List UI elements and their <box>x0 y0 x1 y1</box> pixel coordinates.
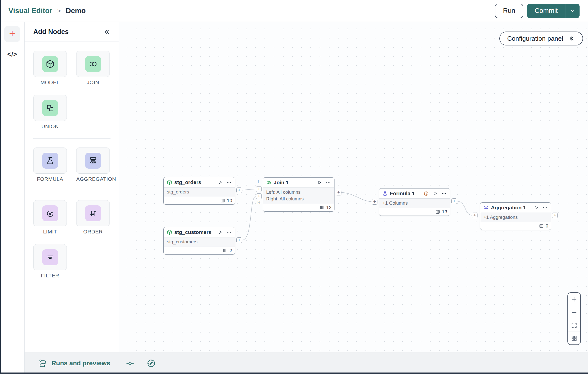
play-icon[interactable] <box>432 191 438 196</box>
tile-label: LIMIT <box>33 229 67 235</box>
compass-icon[interactable] <box>147 359 156 368</box>
aggregation-tree-icon <box>483 205 489 210</box>
left-icon-rail: + </> <box>0 22 25 374</box>
tile-label: FORMULA <box>33 176 67 182</box>
auto-layout-button[interactable] <box>568 332 580 344</box>
port-join-right-input[interactable]: + <box>256 193 262 199</box>
tile-label: MODEL <box>33 79 67 85</box>
tile-label: JOIN <box>76 79 110 85</box>
pipeline-canvas[interactable]: Configuration panel stg_orders <box>119 22 588 352</box>
bottom-bar: Runs and previews <box>25 352 588 374</box>
add-node-formula[interactable]: FORMULA <box>33 148 67 182</box>
columns-icon <box>320 205 325 210</box>
port-label-right: R <box>256 200 262 205</box>
tile-label: ORDER <box>76 229 110 235</box>
model-cube-icon <box>42 56 58 72</box>
columns-count: 12 <box>326 205 331 210</box>
node-join-1[interactable]: Join 1 Left: All columns Right: All colu… <box>263 177 334 212</box>
play-icon[interactable] <box>217 180 223 185</box>
node-title: Join 1 <box>274 180 289 186</box>
node-title: stg_customers <box>174 229 211 235</box>
code-editor-rail-button[interactable]: </> <box>0 48 25 61</box>
visual-editor-app: Visual Editor > Demo Run Commit + </> <box>0 0 588 374</box>
ellipsis-menu-icon[interactable] <box>542 205 548 210</box>
node-stg-customers[interactable]: stg_customers stg_customers 2 <box>163 227 235 255</box>
ellipsis-menu-icon[interactable] <box>226 180 232 185</box>
add-node-model[interactable]: MODEL <box>33 51 67 85</box>
join-venn-icon <box>85 56 101 72</box>
chevron-down-icon <box>569 8 576 14</box>
window-bottom-edge <box>0 373 588 374</box>
commit-node-icon[interactable] <box>126 359 135 368</box>
ellipsis-menu-icon[interactable] <box>441 191 447 196</box>
topbar-actions: Run Commit <box>495 4 580 18</box>
columns-count: 0 <box>546 223 548 229</box>
run-button[interactable]: Run <box>495 4 523 18</box>
limit-gauge-icon <box>42 205 58 221</box>
zoom-out-button[interactable] <box>568 306 580 319</box>
add-node-order[interactable]: ORDER <box>76 200 110 235</box>
columns-count: 13 <box>442 209 447 215</box>
port-join-left-input[interactable]: + <box>256 186 262 192</box>
minus-icon <box>571 309 578 316</box>
port-aggregation-input[interactable]: + <box>472 213 478 218</box>
add-node-union[interactable]: UNION <box>33 95 67 129</box>
model-cube-icon <box>167 230 172 235</box>
play-icon[interactable] <box>533 205 539 210</box>
warning-icon[interactable] <box>424 191 429 196</box>
add-node-aggregation[interactable]: AGGREGATION <box>76 148 110 182</box>
columns-count: 2 <box>229 248 232 253</box>
order-sort-icon <box>85 205 101 221</box>
breadcrumb-demo: Demo <box>66 7 86 15</box>
node-body-text: stg_customers <box>167 238 232 245</box>
union-squares-icon <box>42 100 58 116</box>
node-title: Aggregation 1 <box>491 205 526 211</box>
collapse-panel-button[interactable] <box>103 28 110 36</box>
commit-button[interactable]: Commit <box>527 4 565 18</box>
formula-flask-icon <box>382 191 388 196</box>
ellipsis-menu-icon[interactable] <box>226 229 232 235</box>
node-title: Formula 1 <box>390 190 415 196</box>
ellipsis-menu-icon[interactable] <box>326 180 331 185</box>
port-aggregation-output[interactable]: + <box>552 213 558 218</box>
commit-dropdown-button[interactable] <box>565 4 580 18</box>
node-stg-orders[interactable]: stg_orders stg_orders 10 <box>163 177 235 205</box>
chevrons-left-icon <box>568 35 575 42</box>
node-formula-1[interactable]: Formula 1 +1 Columns <box>379 188 450 216</box>
add-nodes-rail-button[interactable]: + <box>4 26 20 42</box>
canvas-controls <box>567 292 581 345</box>
configuration-panel-button[interactable]: Configuration panel <box>499 32 583 45</box>
tile-label: AGGREGATION <box>76 176 110 182</box>
configuration-panel-label: Configuration panel <box>507 35 563 42</box>
node-title: stg_orders <box>174 179 201 185</box>
fit-view-icon <box>571 322 577 329</box>
port-stg-customers-output[interactable]: + <box>236 237 242 243</box>
port-label-left: L <box>256 180 262 184</box>
play-icon[interactable] <box>317 180 322 185</box>
node-aggregation-1[interactable]: Aggregation 1 +1 Aggregations 0 <box>480 202 551 230</box>
filter-lines-icon <box>42 249 58 265</box>
top-bar: Visual Editor > Demo Run Commit <box>0 0 588 22</box>
node-body-text: Left: All columns <box>266 189 331 195</box>
port-stg-orders-output[interactable]: + <box>236 187 242 193</box>
runs-and-previews-label: Runs and previews <box>51 359 110 367</box>
zoom-in-button[interactable] <box>568 293 580 306</box>
port-join-output[interactable]: + <box>336 190 341 195</box>
breadcrumb-visual-editor[interactable]: Visual Editor <box>8 7 52 15</box>
runs-and-previews-tab[interactable]: Runs and previews <box>38 359 110 368</box>
breadcrumb-separator: > <box>57 7 61 14</box>
add-node-limit[interactable]: LIMIT <box>33 200 67 235</box>
join-venn-icon <box>266 180 271 185</box>
chevrons-left-icon <box>103 28 110 36</box>
add-node-join[interactable]: JOIN <box>76 51 110 85</box>
tile-label: UNION <box>33 123 67 129</box>
port-formula-output[interactable]: + <box>451 198 457 204</box>
port-formula-input[interactable]: + <box>372 199 377 205</box>
code-icon: </> <box>7 50 17 58</box>
fit-view-button[interactable] <box>568 319 580 332</box>
add-node-filter[interactable]: FILTER <box>33 244 67 279</box>
add-nodes-panel: Add Nodes MODEL J <box>25 22 119 352</box>
play-icon[interactable] <box>217 229 223 235</box>
columns-icon <box>223 248 228 253</box>
window-left-edge <box>0 0 1 374</box>
